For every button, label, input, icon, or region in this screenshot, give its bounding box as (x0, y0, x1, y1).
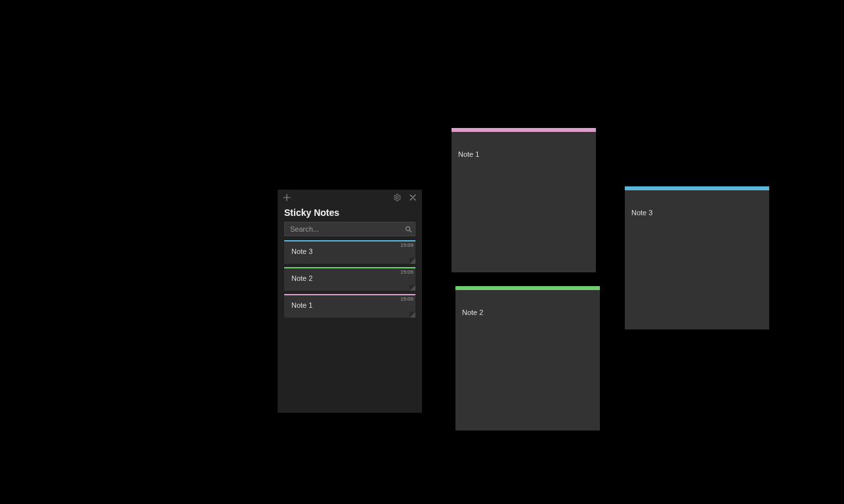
search-icon (402, 226, 415, 233)
note-window-note2[interactable]: Note 2 (455, 286, 600, 430)
note-titlebar[interactable] (625, 190, 769, 205)
search-input[interactable] (285, 225, 402, 233)
note-titlebar[interactable] (455, 290, 600, 304)
list-item-time: 15:09 (400, 242, 413, 248)
list-item-note1[interactable]: Note 1 15:09 (284, 294, 415, 318)
settings-button[interactable] (389, 190, 405, 205)
plus-icon (283, 194, 291, 201)
search-field[interactable] (284, 222, 415, 236)
note-window-note1[interactable]: Note 1 (452, 128, 596, 272)
close-icon (409, 194, 417, 201)
gear-icon (393, 194, 401, 201)
list-item-time: 15:09 (400, 269, 413, 275)
dogear-icon (410, 312, 415, 318)
note-body[interactable]: Note 3 (625, 205, 769, 220)
note-titlebar[interactable] (452, 132, 596, 146)
notes-list: Note 3 15:09 Note 2 15:09 Note 1 15:09 (278, 240, 422, 318)
list-item-title: Note 3 (291, 247, 312, 255)
search-container (278, 222, 422, 240)
dogear-icon (410, 258, 415, 264)
dogear-icon (410, 285, 415, 291)
list-item-title: Note 2 (291, 274, 312, 282)
list-item-title: Note 1 (291, 301, 312, 309)
note-body[interactable]: Note 2 (455, 304, 600, 320)
sticky-notes-main-window: Sticky Notes Note 3 15:09 Note 2 15:09 N… (278, 190, 422, 413)
list-item-time: 15:09 (400, 296, 413, 302)
new-note-button[interactable] (279, 190, 295, 205)
note-body[interactable]: Note 1 (452, 146, 596, 162)
list-item-note3[interactable]: Note 3 15:09 (284, 240, 415, 264)
main-titlebar[interactable] (278, 190, 422, 205)
close-button[interactable] (405, 190, 421, 205)
app-title: Sticky Notes (278, 205, 422, 222)
list-item-note2[interactable]: Note 2 15:09 (284, 267, 415, 291)
note-window-note3[interactable]: Note 3 (625, 186, 769, 329)
